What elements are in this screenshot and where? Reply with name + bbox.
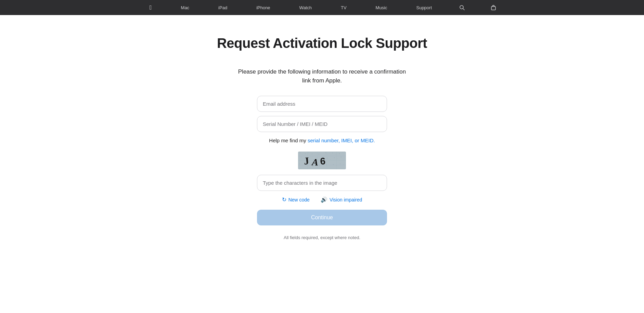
svg-rect-4 — [300, 153, 300, 153]
nav-item-watch[interactable]: Watch — [294, 0, 317, 15]
svg-rect-15 — [336, 154, 336, 155]
svg-rect-9 — [315, 153, 315, 153]
svg-rect-17 — [343, 152, 343, 153]
navigation:  Mac iPad iPhone Watch TV Music Support — [0, 0, 644, 15]
svg-rect-29 — [337, 158, 338, 159]
svg-text:J: J — [304, 155, 310, 167]
captcha-wrapper: J A 6 ↻ New code 🔊 Vision impaired — [257, 149, 387, 203]
nav-item-support[interactable]: Support — [411, 0, 437, 15]
svg-rect-38 — [319, 165, 320, 166]
svg-rect-6 — [305, 153, 306, 154]
svg-rect-11 — [322, 153, 322, 153]
nav-item-mac[interactable]: Mac — [176, 0, 195, 15]
apple-logo-nav[interactable]:  — [144, 0, 157, 15]
email-field[interactable] — [257, 96, 387, 112]
svg-rect-14 — [332, 153, 333, 153]
vision-impaired-button[interactable]: 🔊 Vision impaired — [321, 196, 362, 203]
svg-line-1 — [463, 9, 464, 10]
form-container: Help me find my serial number, IMEI, or … — [257, 96, 387, 240]
required-note: All fields required, except where noted. — [284, 235, 360, 240]
main-content: Request Activation Lock Support Please p… — [0, 15, 644, 261]
svg-rect-10 — [319, 154, 319, 155]
nav-item-music[interactable]: Music — [370, 0, 393, 15]
serial-number-field[interactable] — [257, 116, 387, 132]
svg-rect-26 — [327, 158, 328, 158]
nav-item-tv[interactable]: TV — [335, 0, 352, 15]
svg-text:A: A — [311, 157, 319, 168]
svg-rect-41 — [330, 166, 330, 166]
svg-rect-33 — [302, 165, 303, 166]
svg-rect-18 — [301, 157, 301, 157]
svg-rect-13 — [329, 154, 329, 154]
captcha-image: J A 6 — [298, 152, 346, 169]
svg-rect-21 — [310, 157, 310, 157]
nav-item-iphone[interactable]: iPhone — [251, 0, 275, 15]
svg-text:6: 6 — [320, 156, 326, 167]
help-link-container: Help me find my serial number, IMEI, or … — [269, 138, 375, 143]
svg-rect-44 — [340, 164, 340, 164]
nav-item-ipad[interactable]: iPad — [213, 0, 233, 15]
continue-button[interactable]: Continue — [257, 210, 387, 225]
svg-rect-16 — [339, 153, 340, 154]
subtitle: Please provide the following information… — [238, 67, 406, 85]
bag-icon[interactable] — [487, 0, 500, 15]
svg-rect-30 — [341, 157, 342, 157]
svg-rect-32 — [299, 164, 300, 164]
svg-rect-7 — [308, 152, 309, 153]
vision-impaired-label: Vision impaired — [330, 197, 362, 203]
svg-rect-27 — [331, 159, 331, 159]
speaker-icon: 🔊 — [321, 196, 327, 203]
new-code-label: New code — [288, 197, 310, 203]
svg-rect-28 — [334, 157, 335, 158]
new-code-button[interactable]: ↻ New code — [282, 196, 310, 203]
svg-rect-42 — [333, 164, 334, 165]
captcha-input[interactable] — [257, 175, 387, 191]
refresh-icon: ↻ — [282, 196, 286, 203]
serial-help-link[interactable]: serial number, IMEI, or MEID. — [308, 138, 375, 143]
svg-rect-12 — [325, 152, 326, 153]
page-title: Request Activation Lock Support — [217, 36, 427, 51]
captcha-container: J A 6 — [298, 152, 346, 169]
svg-rect-31 — [344, 158, 345, 158]
captcha-actions: ↻ New code 🔊 Vision impaired — [282, 196, 362, 203]
svg-rect-8 — [312, 154, 312, 154]
search-icon[interactable] — [455, 0, 469, 15]
svg-rect-5 — [302, 154, 302, 155]
svg-rect-2 — [491, 6, 495, 10]
